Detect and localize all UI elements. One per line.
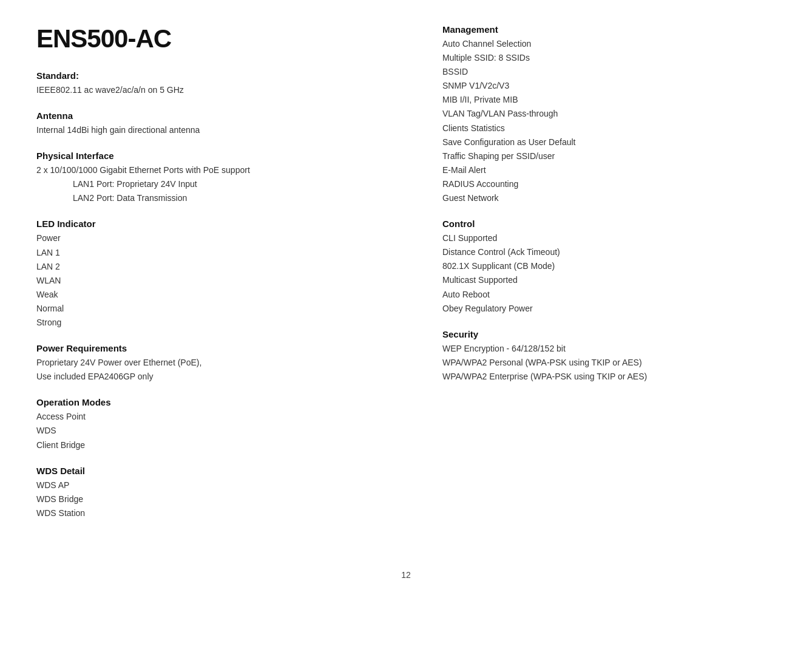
power-requirements-heading: Power Requirements bbox=[36, 343, 370, 353]
list-item: Normal bbox=[36, 302, 370, 316]
security-heading: Security bbox=[442, 329, 776, 339]
security-content: WEP Encryption - 64/128/152 bitWPA/WPA2 … bbox=[442, 342, 776, 384]
power-req-line2: Use included EPA2406GP only bbox=[36, 370, 370, 384]
led-indicator-section: LED Indicator PowerLAN 1LAN 2WLANWeakNor… bbox=[36, 219, 370, 330]
product-title: ENS500-AC bbox=[36, 24, 370, 53]
control-section: Control CLI SupportedDistance Control (A… bbox=[442, 219, 776, 316]
led-indicator-content: PowerLAN 1LAN 2WLANWeakNormalStrong bbox=[36, 231, 370, 330]
list-item: WEP Encryption - 64/128/152 bit bbox=[442, 342, 776, 356]
list-item: Guest Network bbox=[442, 191, 776, 205]
power-requirements-content: Proprietary 24V Power over Ethernet (PoE… bbox=[36, 356, 370, 384]
power-requirements-section: Power Requirements Proprietary 24V Power… bbox=[36, 343, 370, 384]
list-item: WDS AP bbox=[36, 478, 370, 492]
standard-heading: Standard: bbox=[36, 70, 370, 81]
list-item: WPA/WPA2 Enterprise (WPA-PSK using TKIP … bbox=[442, 370, 776, 384]
antenna-section: Antenna Internal 14dBi high gain directi… bbox=[36, 110, 370, 137]
physical-interface-line1: 2 x 10/100/1000 Gigabit Ethernet Ports w… bbox=[36, 163, 370, 177]
management-section: Management Auto Channel SelectionMultipl… bbox=[442, 24, 776, 205]
list-item: E-Mail Alert bbox=[442, 163, 776, 177]
physical-interface-line3: LAN2 Port: Data Transmission bbox=[36, 191, 370, 205]
operation-modes-section: Operation Modes Access PointWDSClient Br… bbox=[36, 397, 370, 452]
list-item: Strong bbox=[36, 316, 370, 330]
left-column: ENS500-AC Standard: IEEE802.11 ac wave2/… bbox=[36, 24, 382, 534]
list-item: Power bbox=[36, 231, 370, 245]
power-req-line1: Proprietary 24V Power over Ethernet (PoE… bbox=[36, 356, 370, 370]
list-item: WPA/WPA2 Personal (WPA-PSK using TKIP or… bbox=[442, 356, 776, 370]
list-item: MIB I/II, Private MIB bbox=[442, 93, 776, 107]
control-content: CLI SupportedDistance Control (Ack Timeo… bbox=[442, 231, 776, 316]
list-item: Clients Statistics bbox=[442, 121, 776, 135]
list-item: Traffic Shaping per SSID/user bbox=[442, 149, 776, 163]
list-item: Client Bridge bbox=[36, 438, 370, 452]
list-item: WDS Bridge bbox=[36, 492, 370, 506]
operation-modes-content: Access PointWDSClient Bridge bbox=[36, 410, 370, 452]
operation-modes-heading: Operation Modes bbox=[36, 397, 370, 407]
list-item: Multiple SSID: 8 SSIDs bbox=[442, 51, 776, 65]
wds-detail-content: WDS APWDS BridgeWDS Station bbox=[36, 478, 370, 520]
list-item: LAN 1 bbox=[36, 246, 370, 260]
list-item: Weak bbox=[36, 288, 370, 302]
list-item: LAN 2 bbox=[36, 260, 370, 274]
wds-detail-section: WDS Detail WDS APWDS BridgeWDS Station bbox=[36, 466, 370, 520]
list-item: WDS bbox=[36, 424, 370, 438]
list-item: Access Point bbox=[36, 410, 370, 424]
list-item: Obey Regulatory Power bbox=[442, 302, 776, 316]
management-content: Auto Channel SelectionMultiple SSID: 8 S… bbox=[442, 37, 776, 205]
standard-section: Standard: IEEE802.11 ac wave2/ac/a/n on … bbox=[36, 70, 370, 97]
standard-content: IEEE802.11 ac wave2/ac/a/n on 5 GHz bbox=[36, 83, 370, 97]
list-item: SNMP V1/V2c/V3 bbox=[442, 79, 776, 93]
list-item: Distance Control (Ack Timeout) bbox=[442, 245, 776, 259]
physical-interface-content: 2 x 10/100/1000 Gigabit Ethernet Ports w… bbox=[36, 163, 370, 205]
list-item: CLI Supported bbox=[442, 231, 776, 245]
list-item: Save Configuration as User Default bbox=[442, 135, 776, 149]
physical-interface-heading: Physical Interface bbox=[36, 151, 370, 161]
control-heading: Control bbox=[442, 219, 776, 229]
list-item: VLAN Tag/VLAN Pass-through bbox=[442, 107, 776, 121]
list-item: WLAN bbox=[36, 274, 370, 288]
management-heading: Management bbox=[442, 24, 776, 35]
security-section: Security WEP Encryption - 64/128/152 bit… bbox=[442, 329, 776, 384]
list-item: 802.1X Supplicant (CB Mode) bbox=[442, 259, 776, 273]
led-indicator-heading: LED Indicator bbox=[36, 219, 370, 229]
list-item: Auto Reboot bbox=[442, 288, 776, 302]
list-item: Multicast Supported bbox=[442, 273, 776, 287]
list-item: RADIUS Accounting bbox=[442, 177, 776, 191]
antenna-content: Internal 14dBi high gain directional ant… bbox=[36, 123, 370, 137]
list-item: BSSID bbox=[442, 65, 776, 79]
physical-interface-section: Physical Interface 2 x 10/100/1000 Gigab… bbox=[36, 151, 370, 205]
page-number: 12 bbox=[36, 570, 776, 580]
list-item: WDS Station bbox=[36, 506, 370, 520]
antenna-heading: Antenna bbox=[36, 110, 370, 121]
physical-interface-line2: LAN1 Port: Proprietary 24V Input bbox=[36, 177, 370, 191]
right-column: Management Auto Channel SelectionMultipl… bbox=[430, 24, 776, 534]
list-item: Auto Channel Selection bbox=[442, 37, 776, 51]
wds-detail-heading: WDS Detail bbox=[36, 466, 370, 476]
